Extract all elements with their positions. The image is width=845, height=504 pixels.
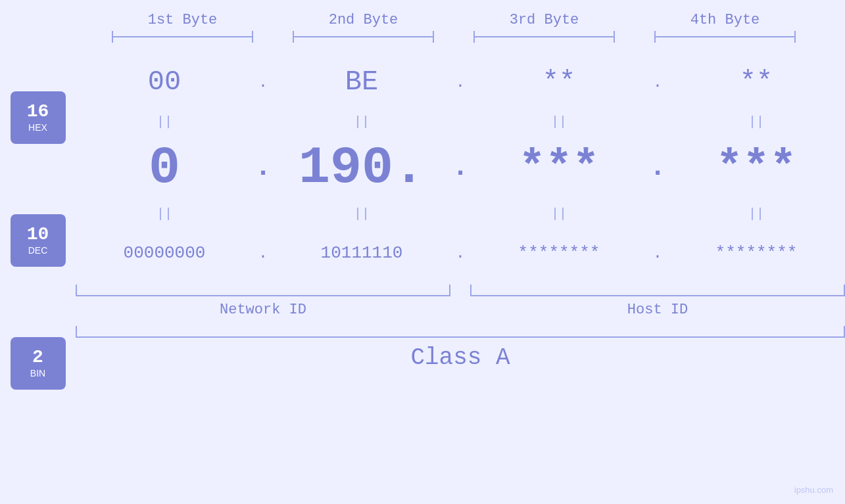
hex-b3: **	[470, 66, 648, 98]
bin-dot2: .	[450, 244, 470, 262]
dec-number: 10	[27, 225, 49, 244]
bin-number: 2	[32, 348, 43, 367]
bin-b3: ********	[470, 243, 648, 263]
dec-b4: ***	[667, 143, 845, 193]
network-bracket	[76, 285, 450, 296]
eq2-b2: ||	[273, 206, 450, 221]
eq1-b4: ||	[667, 114, 845, 129]
network-id-label: Network ID	[76, 302, 450, 318]
byte-headers: 1st Byte 2nd Byte 3rd Byte 4th Byte	[92, 12, 845, 28]
byte3-header: 3rd Byte	[454, 12, 635, 28]
class-bracket	[76, 326, 845, 338]
dec-b3: ***	[470, 143, 648, 193]
bin-label-box: 2 BIN	[11, 337, 66, 390]
bin-dot1: .	[253, 244, 273, 262]
labels-column: 16 HEX 10 DEC 2 BIN	[0, 56, 76, 504]
grid-area: 00 . BE . ** . ** || ||	[76, 56, 845, 504]
dec-base: DEC	[28, 245, 48, 256]
eq2-b1: ||	[76, 206, 253, 221]
byte4-header: 4th Byte	[635, 12, 815, 28]
id-labels: Network ID Host ID	[76, 302, 845, 318]
bin-row: 00000000 . 10111110 . ******** . *******…	[76, 227, 845, 279]
bin-b4: ********	[667, 243, 845, 263]
dec-dot2: .	[450, 152, 470, 183]
hex-b2: BE	[273, 66, 450, 98]
bin-dot3: .	[648, 244, 667, 262]
class-label-row: Class A	[76, 344, 845, 371]
hex-label-box: 16 HEX	[11, 91, 66, 144]
bracket-byte3	[454, 31, 635, 43]
content-area: 16 HEX 10 DEC 2 BIN 00 . BE	[0, 56, 845, 504]
dec-row: 0 . 190. . *** . ***	[76, 135, 845, 200]
eq1-b2: ||	[273, 114, 450, 129]
eq2-b3: ||	[470, 206, 648, 221]
main-container: 1st Byte 2nd Byte 3rd Byte 4th Byte 16 H…	[0, 0, 845, 504]
hex-number: 16	[27, 103, 49, 121]
bin-base: BIN	[30, 368, 45, 378]
host-bracket	[470, 285, 845, 296]
bin-b2: 10111110	[273, 243, 450, 263]
dec-dot3: .	[648, 152, 667, 183]
hex-dot1: .	[253, 74, 273, 91]
hex-row: 00 . BE . ** . **	[76, 56, 845, 108]
hex-base: HEX	[28, 122, 47, 133]
hex-dot3: .	[648, 74, 667, 91]
dec-dot1: .	[253, 152, 273, 183]
hex-b1: 00	[76, 66, 253, 98]
bottom-bracket-row	[76, 285, 845, 296]
eq2-b4: ||	[667, 206, 845, 221]
bin-b1: 00000000	[76, 243, 253, 263]
dec-b2: 190.	[273, 138, 450, 198]
bracket-byte4	[635, 31, 815, 43]
byte2-header: 2nd Byte	[273, 12, 454, 28]
dec-label-box: 10 DEC	[11, 214, 66, 267]
eq1-b1: ||	[76, 114, 253, 129]
class-label: Class A	[410, 344, 510, 371]
watermark: ipshu.com	[794, 485, 833, 495]
hex-b4: **	[667, 66, 845, 98]
equals-row-1: || || || ||	[76, 108, 845, 135]
equals-row-2: || || || ||	[76, 200, 845, 227]
hex-dot2: .	[450, 74, 470, 91]
host-id-label: Host ID	[470, 302, 845, 318]
eq1-b3: ||	[470, 114, 648, 129]
bracket-byte1	[92, 31, 273, 43]
top-bracket-row	[92, 31, 845, 43]
byte1-header: 1st Byte	[92, 12, 273, 28]
dec-b1: 0	[76, 138, 253, 198]
bracket-byte2	[273, 31, 454, 43]
